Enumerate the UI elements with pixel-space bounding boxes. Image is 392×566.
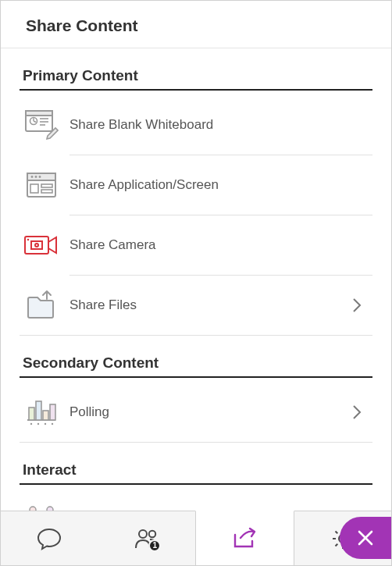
divider [20,442,372,443]
svg-rect-21 [43,411,48,420]
camera-icon [23,228,60,262]
primary-item-list: Share Blank Whiteboard [20,95,372,336]
svg-point-26 [52,423,53,425]
svg-point-30 [139,530,147,538]
svg-point-16 [35,244,38,247]
item-share-whiteboard[interactable]: Share Blank Whiteboard [20,95,372,155]
bottom-nav-bar: 1 [1,511,391,565]
chevron-right-icon [347,404,366,420]
divider [20,335,372,336]
close-panel-button[interactable] [340,517,391,559]
svg-point-25 [45,423,46,425]
share-content-panel: Share Content Primary Content [0,0,392,566]
whiteboard-icon [23,108,60,142]
item-share-camera[interactable]: Share Camera [20,215,372,275]
item-share-files[interactable]: Share Files [20,276,372,335]
item-label: Polling [69,404,347,420]
files-upload-icon [23,288,60,322]
polling-chart-icon [23,395,60,429]
svg-rect-1 [26,111,52,116]
item-share-application[interactable]: Share Application/Screen [20,155,372,215]
tab-chat[interactable] [1,511,98,565]
svg-point-9 [35,176,37,178]
breakout-groups-icon [23,502,60,511]
close-icon [356,529,375,547]
svg-point-23 [30,423,32,425]
share-icon [231,527,258,550]
tab-attendees[interactable]: 1 [98,511,196,565]
chevron-right-icon [347,297,366,313]
svg-rect-22 [50,404,55,420]
svg-rect-15 [31,241,42,249]
item-label: Share Blank Whiteboard [69,117,366,133]
panel-title: Share Content [26,16,372,35]
section-heading-secondary: Secondary Content [20,354,372,378]
section-heading-interact: Interact [20,461,372,485]
section-secondary: Secondary Content [20,354,372,443]
svg-point-24 [37,423,39,425]
application-window-icon [23,168,60,202]
section-heading-primary: Primary Content [20,67,372,91]
item-label: Share Files [69,297,347,313]
item-label: Share Application/Screen [69,177,366,193]
svg-point-8 [31,176,34,178]
section-interact: Interact [20,461,372,511]
interact-item-list: Breakout Groups [20,489,372,511]
attendees-count-badge: 1 [148,539,161,552]
svg-point-10 [39,176,41,178]
item-polling[interactable]: Polling [20,383,372,442]
item-label: Share Camera [69,237,366,253]
section-primary: Primary Content [20,67,372,336]
panel-content: Primary Content [1,48,391,511]
svg-rect-19 [29,408,34,420]
chat-bubble-icon [36,526,62,551]
secondary-item-list: Polling [20,383,372,443]
svg-point-17 [27,239,29,240]
tab-share[interactable] [195,511,294,565]
svg-rect-20 [36,401,41,420]
item-breakout-groups[interactable]: Breakout Groups [20,489,372,511]
panel-header: Share Content [1,1,391,48]
svg-point-31 [149,530,155,536]
